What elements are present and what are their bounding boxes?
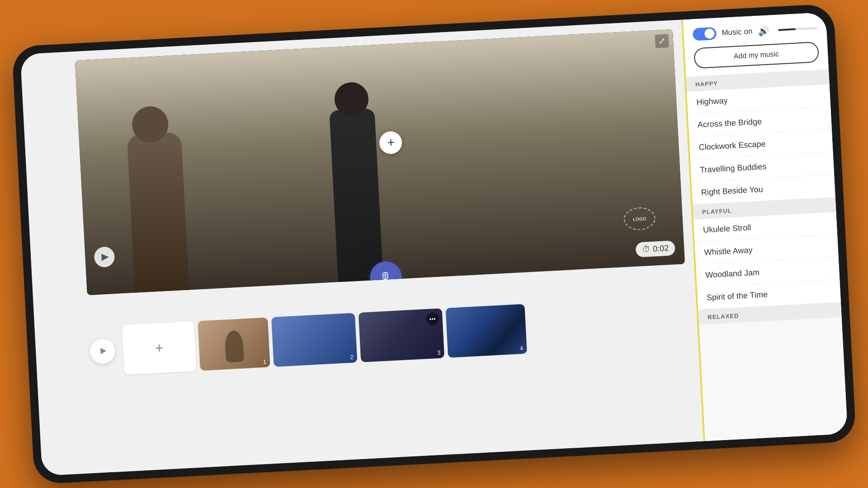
music-sidebar: Music on 🔊 Add my music HAPPY Highway Ac… — [681, 12, 848, 441]
phone-screen: ⤢ + LOGO ⏱ 0:02 — [20, 12, 848, 476]
add-clip-button[interactable]: + — [122, 321, 197, 375]
mic-icon: 🎙 — [379, 269, 393, 285]
person-center-shape — [329, 108, 383, 282]
thumb-3-more-button[interactable]: ••• — [426, 312, 439, 325]
toggle-knob — [704, 28, 715, 39]
volume-icon: 🔊 — [758, 25, 769, 37]
timer-value: 0:02 — [653, 244, 669, 254]
timeline-play-icon — [100, 347, 107, 354]
thumbnail-2[interactable]: 2 — [271, 313, 358, 367]
music-controls-section: Music on 🔊 Add my music — [683, 12, 829, 77]
music-on-label: Music on — [722, 27, 753, 38]
thumbnail-1[interactable]: 1 — [198, 317, 270, 371]
plus-icon: + — [387, 136, 395, 150]
video-timer: ⏱ 0:02 — [635, 240, 675, 258]
expand-symbol: ⤢ — [658, 36, 665, 47]
main-content: ⤢ + LOGO ⏱ 0:02 — [20, 20, 703, 476]
thumbnail-4[interactable]: 4 — [445, 304, 527, 358]
thumb-1-figure — [224, 330, 244, 362]
logo-text: LOGO — [633, 216, 646, 222]
volume-fill — [778, 28, 796, 31]
thumb-3-number: 3 — [437, 349, 441, 356]
volume-slider[interactable] — [778, 27, 817, 31]
thumbnail-3[interactable]: ••• 3 — [359, 308, 445, 362]
video-preview: ⤢ + LOGO ⏱ 0:02 — [75, 29, 685, 296]
music-toggle-row: Music on 🔊 — [693, 22, 818, 41]
add-my-music-button[interactable]: Add my music — [693, 42, 819, 69]
timeline-play-button[interactable] — [90, 338, 116, 364]
phone-frame: ⤢ + LOGO ⏱ 0:02 — [12, 4, 856, 484]
thumb-1-number: 1 — [263, 358, 266, 365]
thumb-4-number: 4 — [520, 345, 524, 352]
thumb-2-number: 2 — [350, 354, 354, 361]
person-left-shape — [127, 132, 189, 293]
music-toggle-switch[interactable] — [693, 27, 717, 41]
add-clip-icon: + — [155, 339, 164, 357]
timeline-strip: + 1 2 ••• 3 4 — [89, 291, 689, 381]
music-list[interactable]: HAPPY Highway Across the Bridge Clockwor… — [686, 70, 848, 441]
play-triangle-icon — [101, 253, 109, 261]
expand-icon[interactable]: ⤢ — [655, 34, 669, 48]
clock-icon: ⏱ — [642, 244, 651, 254]
